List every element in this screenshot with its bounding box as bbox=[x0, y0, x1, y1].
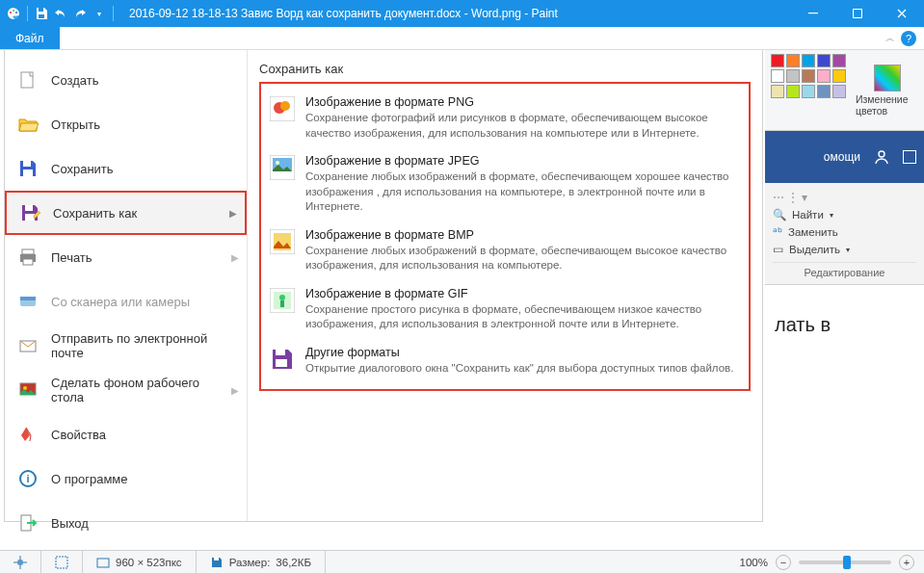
color-swatch[interactable] bbox=[832, 69, 846, 83]
collapse-ribbon-icon[interactable]: ︿ bbox=[885, 32, 895, 45]
svg-point-1 bbox=[10, 12, 12, 13]
option-desc: Сохранение любых изображений в формате, … bbox=[305, 244, 741, 273]
zoom-slider-thumb[interactable] bbox=[843, 556, 851, 569]
word-ruler-fragment: ⋯ ⋮ ▾ bbox=[773, 189, 916, 206]
save-as-other[interactable]: Другие форматы Открытие диалогового окна… bbox=[269, 340, 741, 384]
word-editing-group: ⋯ ⋮ ▾ 🔍 Найти ▾ ᵃᵇ Заменить ▭ Выделить ▾… bbox=[765, 183, 924, 285]
selection-icon bbox=[55, 556, 68, 569]
about-icon: i bbox=[16, 467, 40, 490]
menu-item-about[interactable]: i О программе bbox=[5, 456, 247, 501]
color-swatch[interactable] bbox=[817, 85, 831, 98]
color-swatch[interactable] bbox=[802, 54, 815, 67]
menu-item-save-as[interactable]: Сохранить как ▶ bbox=[5, 191, 247, 235]
replace-icon: ᵃᵇ bbox=[773, 225, 782, 239]
ribbon-strip: Файл ︿ ? bbox=[0, 27, 924, 50]
redo-icon[interactable] bbox=[72, 6, 88, 21]
svg-rect-15 bbox=[23, 259, 33, 265]
color-swatch[interactable] bbox=[802, 85, 815, 98]
undo-icon[interactable] bbox=[53, 6, 68, 21]
save-as-options-box: Изображение в формате PNG Сохранение фот… bbox=[259, 82, 751, 391]
menu-item-label: Отправить по электронной почте bbox=[51, 331, 235, 360]
svg-point-38 bbox=[879, 151, 884, 157]
jpeg-icon bbox=[269, 154, 296, 181]
svg-rect-4 bbox=[39, 8, 43, 12]
minimize-button[interactable] bbox=[791, 0, 835, 27]
color-swatch[interactable] bbox=[832, 54, 846, 67]
menu-item-create[interactable]: Создать bbox=[5, 58, 247, 102]
dimensions-icon bbox=[96, 556, 110, 569]
menu-item-email[interactable]: Отправить по электронной почте bbox=[5, 324, 247, 368]
svg-rect-13 bbox=[22, 249, 34, 254]
save-as-gif[interactable]: Изображение в формате GIF Сохранение про… bbox=[269, 281, 741, 340]
print-icon bbox=[16, 246, 40, 269]
menu-item-save[interactable]: Сохранить bbox=[5, 146, 247, 191]
select-icon: ▭ bbox=[773, 243, 783, 256]
zoom-slider[interactable] bbox=[799, 560, 891, 564]
save-icon[interactable] bbox=[34, 6, 49, 21]
menu-item-print[interactable]: Печать ▶ bbox=[5, 235, 247, 279]
menu-item-open[interactable]: Открыть bbox=[5, 102, 247, 146]
color-swatch[interactable] bbox=[771, 54, 784, 67]
option-title: Изображение в формате PNG bbox=[305, 95, 741, 109]
word-share-icon bbox=[903, 150, 916, 164]
svg-rect-36 bbox=[276, 350, 285, 355]
color-swatch[interactable] bbox=[817, 69, 831, 83]
zoom-out-button[interactable]: − bbox=[776, 555, 791, 570]
png-icon bbox=[269, 95, 296, 122]
find-button[interactable]: 🔍 Найти ▾ bbox=[773, 206, 916, 223]
option-title: Изображение в формате BMP bbox=[305, 228, 741, 242]
color-swatch[interactable] bbox=[771, 85, 784, 98]
find-label: Найти bbox=[792, 209, 824, 221]
zoom-in-button[interactable]: + bbox=[899, 555, 914, 570]
menu-item-label: Создать bbox=[51, 73, 98, 88]
file-backstage: Создать Открыть Сохранить Сохранить как … bbox=[4, 50, 763, 522]
option-title: Изображение в формате JPEG bbox=[305, 154, 741, 168]
save-as-bmp[interactable]: Изображение в формате BMP Сохранение люб… bbox=[269, 222, 741, 281]
svg-rect-11 bbox=[25, 205, 33, 211]
svg-rect-10 bbox=[23, 169, 33, 176]
color-palette-group: Изменение цветов bbox=[765, 50, 924, 131]
edit-colors-button[interactable]: Изменение цветов bbox=[856, 54, 918, 126]
replace-button[interactable]: ᵃᵇ Заменить bbox=[773, 223, 916, 241]
svg-rect-5 bbox=[39, 14, 44, 18]
color-swatches[interactable] bbox=[771, 54, 846, 126]
svg-point-34 bbox=[279, 295, 285, 300]
gif-icon bbox=[269, 287, 296, 314]
color-swatch[interactable] bbox=[786, 85, 800, 98]
status-cursor-pos bbox=[0, 551, 41, 573]
find-icon: 🔍 bbox=[773, 208, 786, 221]
svg-rect-9 bbox=[23, 161, 31, 167]
window-title: 2016-09-12 18-18-13 Завис Ворд как сохра… bbox=[121, 7, 791, 20]
option-desc: Сохранение простого рисунка в формате, о… bbox=[305, 302, 741, 332]
help-icon[interactable]: ? bbox=[901, 31, 916, 46]
maximize-button[interactable] bbox=[835, 0, 880, 27]
menu-item-desktop-bg[interactable]: Сделать фоном рабочего стола ▶ bbox=[5, 368, 247, 412]
color-swatch[interactable] bbox=[786, 54, 800, 67]
save-as-png[interactable]: Изображение в формате PNG Сохранение фот… bbox=[269, 90, 741, 148]
menu-item-label: Сделать фоном рабочего стола bbox=[51, 376, 235, 404]
color-swatch[interactable] bbox=[786, 69, 800, 83]
svg-text:i: i bbox=[26, 473, 29, 484]
submenu-arrow-icon: ▶ bbox=[231, 252, 239, 263]
svg-rect-35 bbox=[280, 300, 284, 307]
save-as-jpeg[interactable]: Изображение в формате JPEG Сохранение лю… bbox=[269, 148, 741, 222]
save-as-icon bbox=[18, 201, 41, 224]
option-title: Другие форматы bbox=[305, 346, 733, 359]
color-swatch[interactable] bbox=[802, 69, 815, 83]
menu-item-properties[interactable]: Свойства bbox=[5, 412, 247, 456]
qat-dropdown-icon[interactable]: ▾ bbox=[92, 6, 107, 21]
paint-app-icon bbox=[6, 6, 21, 21]
close-button[interactable] bbox=[880, 0, 924, 27]
file-tab[interactable]: Файл bbox=[0, 27, 60, 49]
bmp-icon bbox=[269, 228, 296, 255]
svg-rect-42 bbox=[214, 558, 219, 560]
select-button[interactable]: ▭ Выделить ▾ bbox=[773, 241, 916, 258]
menu-item-label: О программе bbox=[51, 472, 128, 486]
open-icon bbox=[16, 113, 40, 136]
svg-point-26 bbox=[280, 101, 290, 111]
color-swatch[interactable] bbox=[817, 54, 831, 67]
color-swatch[interactable] bbox=[832, 85, 846, 98]
menu-item-exit[interactable]: Выход bbox=[5, 501, 247, 545]
svg-rect-17 bbox=[20, 297, 36, 300]
color-swatch[interactable] bbox=[771, 69, 784, 83]
